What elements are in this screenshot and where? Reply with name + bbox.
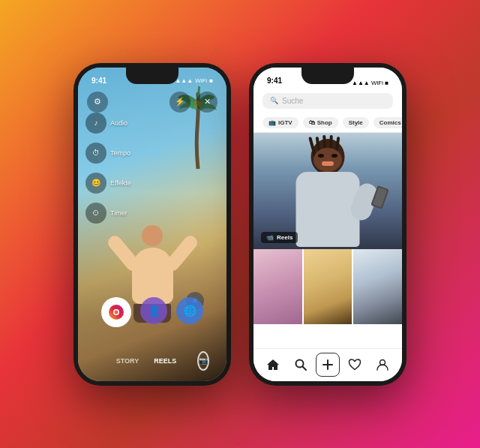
- status-time-left: 9:41: [92, 77, 106, 85]
- profile-icon: [376, 358, 389, 371]
- bottom-nav: [254, 348, 402, 381]
- audio-label: Audio: [110, 119, 128, 127]
- notch: [126, 68, 178, 84]
- activity-nav-button[interactable]: [343, 353, 367, 377]
- left-phone: 9:41 ▲▲▲ WiFi ■ ⚙ ⚡ ✕ ♪ Audio ⏱ Tempo: [74, 63, 231, 386]
- battery-icon: ■: [209, 77, 213, 84]
- home-nav-button[interactable]: [261, 353, 285, 377]
- status-icons-right: ▲▲▲ WiFi ■: [352, 74, 388, 88]
- timer-icon: ⏲: [86, 203, 106, 224]
- igtv-label: IGTV: [278, 119, 292, 126]
- svg-point-4: [115, 310, 118, 314]
- story-tab[interactable]: STORY: [116, 357, 140, 365]
- top-controls: ⚙ ⚡ ✕: [78, 92, 226, 113]
- close-button[interactable]: ✕: [196, 92, 218, 113]
- reels-tab[interactable]: REELS: [154, 357, 176, 365]
- bottom-icons-row: 👤 🌐: [78, 297, 226, 327]
- igtv-icon: 📺: [268, 119, 276, 126]
- effekte-label: Effekte: [110, 179, 131, 187]
- add-nav-button[interactable]: [316, 353, 340, 377]
- audio-icon: ♪: [86, 113, 106, 134]
- shop-pill[interactable]: 🛍 Shop: [303, 117, 338, 128]
- record-button[interactable]: [101, 297, 131, 327]
- shop-icon: 🛍: [309, 119, 315, 126]
- filter-button-2[interactable]: 🌐: [176, 297, 203, 324]
- home-icon: [266, 358, 280, 371]
- grid-cell-3[interactable]: [353, 249, 402, 324]
- comics-pill[interactable]: Comics: [374, 117, 402, 128]
- instagram-reel-icon: [108, 304, 124, 320]
- search-icon: 🔍: [270, 97, 278, 104]
- filter-button-1[interactable]: 👤: [140, 297, 167, 324]
- igtv-pill[interactable]: 📺 IGTV: [262, 117, 298, 128]
- effekte-icon: 😊: [86, 173, 106, 194]
- search-nav-icon: [294, 358, 308, 371]
- add-icon: [322, 359, 333, 370]
- tempo-icon: ⏱: [86, 143, 106, 164]
- effekte-button[interactable]: 😊 Effekte: [86, 173, 131, 194]
- reels-badge-icon: 📹: [266, 234, 274, 241]
- signal-icon: ▲▲▲: [175, 77, 193, 84]
- status-time-right: 9:41: [267, 77, 282, 85]
- timer-button[interactable]: ⏲ Timer: [86, 203, 131, 224]
- search-placeholder-text: Suche: [282, 97, 303, 105]
- audio-button[interactable]: ♪ Audio: [86, 113, 131, 134]
- comics-label: Comics: [380, 119, 401, 126]
- shop-label: Shop: [317, 119, 332, 126]
- search-nav-button[interactable]: [289, 353, 313, 377]
- signal-icon-right: ▲▲▲ WiFi ■: [352, 80, 388, 86]
- timer-label: Timer: [110, 209, 128, 217]
- search-input-area[interactable]: 🔍 Suche: [262, 93, 393, 109]
- flash-button[interactable]: ⚡: [170, 92, 190, 113]
- category-pills: 📺 IGTV 🛍 Shop Style Comics Film & Fern…: [254, 113, 402, 133]
- tempo-button[interactable]: ⏱ Tempo: [86, 143, 131, 164]
- profile-nav-button[interactable]: [370, 353, 394, 377]
- settings-button[interactable]: ⚙: [87, 92, 108, 113]
- style-label: Style: [349, 119, 363, 126]
- left-panel: ♪ Audio ⏱ Tempo 😊 Effekte ⏲ Timer: [86, 113, 131, 224]
- notch-right: [302, 68, 354, 84]
- svg-line-6: [302, 367, 306, 371]
- tempo-label: Tempo: [110, 149, 130, 157]
- style-pill[interactable]: Style: [343, 117, 369, 128]
- reels-badge-label: Reels: [277, 234, 292, 241]
- grid-cell-2[interactable]: [304, 249, 352, 324]
- status-icons-left: ▲▲▲ WiFi ■: [175, 77, 213, 84]
- search-bar[interactable]: 🔍 Suche: [254, 89, 402, 113]
- right-phone: 9:41 ▲▲▲ WiFi ■ 🔍 Suche 📺 IGTV 🛍 Shop: [249, 63, 406, 386]
- camera-button[interactable]: 📷: [197, 351, 209, 371]
- heart-icon: [348, 358, 362, 371]
- reels-badge: 📹 Reels: [261, 232, 298, 243]
- grid-cell-1[interactable]: [254, 249, 302, 324]
- wifi-icon: WiFi: [195, 77, 207, 84]
- nav-tabs-left: STORY REELS 📷: [78, 351, 226, 371]
- photo-grid: [254, 249, 402, 324]
- main-content-image: 📹 Reels: [254, 133, 402, 249]
